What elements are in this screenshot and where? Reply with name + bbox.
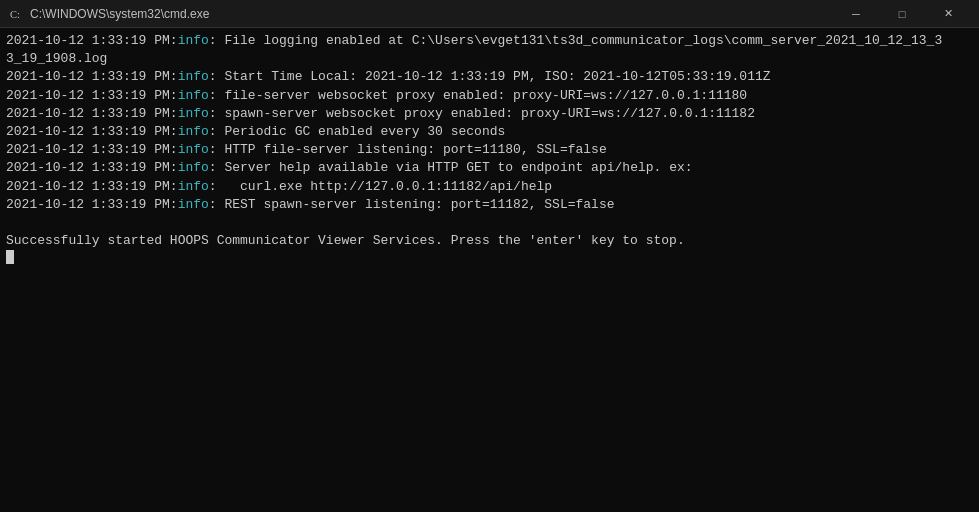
terminal-log-line: 2021-10-12 1:33:19 PM:info: HTTP file-se… [6, 141, 973, 159]
log-message: : curl.exe http://127.0.0.1:11182/api/he… [209, 179, 552, 194]
log-timestamp: 2021-10-12 1:33:19 PM: [6, 142, 178, 157]
log-message: : Start Time Local: 2021-10-12 1:33:19 P… [209, 69, 771, 84]
log-level: info [178, 179, 209, 194]
log-message: : file-server websocket proxy enabled: p… [209, 88, 747, 103]
terminal-log-line: 2021-10-12 1:33:19 PM:info: curl.exe htt… [6, 178, 973, 196]
title-bar: C: C:\WINDOWS\system32\cmd.exe ─ □ ✕ [0, 0, 979, 28]
log-message: : REST spawn-server listening: port=1118… [209, 197, 615, 212]
log-timestamp: 2021-10-12 1:33:19 PM: [6, 106, 178, 121]
log-timestamp: 2021-10-12 1:33:19 PM: [6, 124, 178, 139]
minimize-button[interactable]: ─ [833, 0, 879, 28]
terminal-log-line: 2021-10-12 1:33:19 PM:info: File logging… [6, 32, 973, 50]
terminal-log-line: 2021-10-12 1:33:19 PM:info: Start Time L… [6, 68, 973, 86]
log-level: info [178, 124, 209, 139]
terminal-cursor-line [6, 250, 973, 264]
log-message: : HTTP file-server listening: port=11180… [209, 142, 607, 157]
terminal-log-line: 2021-10-12 1:33:19 PM:info: Server help … [6, 159, 973, 177]
log-timestamp: 2021-10-12 1:33:19 PM: [6, 88, 178, 103]
log-level: info [178, 33, 209, 48]
log-level: info [178, 160, 209, 175]
log-timestamp: 2021-10-12 1:33:19 PM: [6, 160, 178, 175]
log-level: info [178, 69, 209, 84]
log-level: info [178, 106, 209, 121]
log-level: info [178, 197, 209, 212]
log-level: info [178, 88, 209, 103]
svg-text:C:: C: [10, 9, 20, 20]
title-bar-title: C:\WINDOWS\system32\cmd.exe [30, 7, 833, 21]
terminal: 2021-10-12 1:33:19 PM:info: File logging… [0, 28, 979, 512]
log-message: : Periodic GC enabled every 30 seconds [209, 124, 505, 139]
terminal-success-line: Successfully started HOOPS Communicator … [6, 232, 973, 250]
terminal-line: 3_19_1908.log [6, 50, 973, 68]
terminal-log-line: 2021-10-12 1:33:19 PM:info: REST spawn-s… [6, 196, 973, 214]
terminal-blank-line [6, 214, 973, 232]
log-message: : File logging enabled at C:\Users\evget… [209, 33, 942, 48]
terminal-log-line: 2021-10-12 1:33:19 PM:info: spawn-server… [6, 105, 973, 123]
log-message: : spawn-server websocket proxy enabled: … [209, 106, 755, 121]
cmd-icon: C: [8, 6, 24, 22]
log-timestamp: 2021-10-12 1:33:19 PM: [6, 69, 178, 84]
terminal-log-line: 2021-10-12 1:33:19 PM:info: file-server … [6, 87, 973, 105]
log-message: : Server help available via HTTP GET to … [209, 160, 693, 175]
maximize-button[interactable]: □ [879, 0, 925, 28]
log-timestamp: 2021-10-12 1:33:19 PM: [6, 33, 178, 48]
log-level: info [178, 142, 209, 157]
log-timestamp: 2021-10-12 1:33:19 PM: [6, 197, 178, 212]
terminal-log-line: 2021-10-12 1:33:19 PM:info: Periodic GC … [6, 123, 973, 141]
terminal-cursor [6, 250, 14, 264]
log-timestamp: 2021-10-12 1:33:19 PM: [6, 179, 178, 194]
close-button[interactable]: ✕ [925, 0, 971, 28]
